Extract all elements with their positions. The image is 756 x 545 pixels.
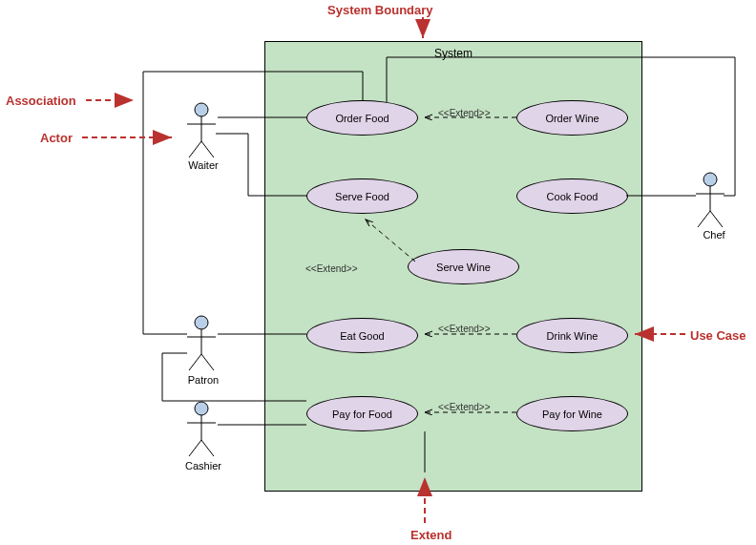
diagram-canvas: System Order Food Order Wine Serve Food … [0,0,756,545]
actor-waiter-label: Waiter [179,159,227,171]
actor-waiter-icon [187,103,216,157]
system-title: System [434,47,472,60]
svg-line-4 [201,141,214,157]
usecase-order-food: Order Food [306,100,418,136]
extend-stereotype-2: <<Extend>> [305,263,358,274]
svg-line-8 [189,354,201,370]
label-actor: Actor [40,131,73,145]
usecase-pay-food: Pay for Food [306,396,418,431]
label-association: Association [6,94,76,108]
usecase-drink-wine: Drink Wine [516,318,628,353]
actor-chef-icon [696,173,724,227]
svg-point-15 [704,173,717,186]
usecase-serve-food: Serve Food [306,178,418,214]
label-system-boundary: System Boundary [327,3,433,17]
svg-point-10 [195,402,208,415]
extend-stereotype-4: <<Extend>> [438,402,491,412]
svg-line-9 [201,354,214,370]
usecase-pay-wine: Pay for Wine [516,396,628,431]
svg-line-14 [201,440,214,456]
svg-line-13 [189,440,201,456]
label-extend: Extend [410,528,452,542]
svg-line-18 [698,211,710,227]
usecase-order-wine: Order Wine [516,100,628,136]
actor-patron-label: Patron [179,374,227,386]
actor-cashier-icon [187,402,216,456]
actor-patron-icon [187,316,216,370]
svg-line-3 [189,141,201,157]
usecase-cook-food: Cook Food [516,178,628,214]
usecase-eat-good: Eat Good [306,318,418,353]
usecase-serve-wine: Serve Wine [408,249,519,284]
extend-stereotype-3: <<Extend>> [438,324,491,334]
extend-stereotype-1: <<Extend>> [438,108,491,118]
label-use-case: Use Case [690,328,746,343]
svg-point-0 [195,103,208,116]
svg-point-5 [195,316,208,329]
actor-cashier-label: Cashier [179,460,227,472]
actor-chef-label: Chef [695,229,733,241]
svg-line-19 [710,211,723,227]
